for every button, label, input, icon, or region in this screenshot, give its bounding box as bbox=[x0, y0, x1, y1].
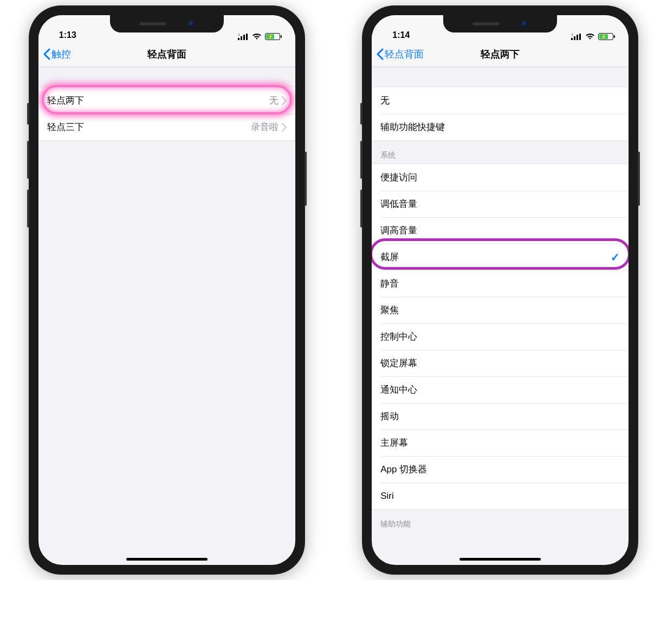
nav-title: 轻点背面 bbox=[38, 48, 295, 61]
notch bbox=[110, 15, 224, 32]
svg-rect-1 bbox=[241, 36, 242, 40]
chevron-left-icon bbox=[43, 48, 50, 60]
cell-label: 无 bbox=[380, 94, 620, 107]
cell-label: 控制中心 bbox=[380, 330, 620, 343]
back-button[interactable]: 触控 bbox=[43, 48, 71, 61]
cell-label: 主屏幕 bbox=[380, 437, 620, 449]
cell-label: 聚焦 bbox=[380, 304, 620, 316]
chevron-left-icon bbox=[376, 48, 384, 60]
section-header-accessibility: 辅助功能 bbox=[372, 510, 629, 532]
checkmark-icon: ✓ bbox=[611, 251, 620, 264]
system-option-row[interactable]: Siri bbox=[372, 483, 629, 509]
chevron-right-icon bbox=[282, 123, 287, 132]
system-option-row[interactable]: 调低音量 bbox=[372, 191, 629, 217]
svg-rect-7 bbox=[574, 36, 575, 40]
system-option-row[interactable]: 通知中心 bbox=[372, 376, 629, 403]
system-option-row[interactable]: 聚焦 bbox=[372, 297, 629, 323]
status-time: 1:13 bbox=[54, 30, 76, 40]
system-option-row[interactable]: App 切换器 bbox=[372, 456, 629, 483]
battery-icon: ⚡ bbox=[598, 33, 613, 40]
phone-right: 1:14 ! ⚡ 轻点背面 轻点两下 无 bbox=[339, 5, 662, 575]
battery-icon: ⚡ bbox=[265, 33, 280, 40]
system-option-row[interactable]: 便捷访问 bbox=[372, 164, 629, 191]
system-option-row[interactable]: 调高音量 bbox=[372, 217, 629, 244]
system-option-row[interactable]: 锁定屏幕 bbox=[372, 350, 629, 376]
system-options-group: 便捷访问调低音量调高音量截屏✓静音聚焦控制中心锁定屏幕通知中心摇动主屏幕App … bbox=[372, 164, 629, 510]
cell-label: 轻点三下 bbox=[47, 121, 251, 133]
cell-value: 无 bbox=[269, 94, 279, 107]
svg-rect-8 bbox=[577, 35, 578, 40]
cell-label: 便捷访问 bbox=[380, 171, 620, 184]
cell-label: App 切换器 bbox=[380, 463, 620, 476]
chevron-right-icon bbox=[282, 96, 287, 105]
status-time: 1:14 bbox=[387, 30, 410, 40]
home-indicator[interactable] bbox=[459, 558, 541, 561]
nav-bar: 轻点背面 轻点两下 bbox=[372, 41, 629, 67]
wifi-icon bbox=[252, 33, 262, 40]
nav-bar: 触控 轻点背面 bbox=[38, 41, 295, 67]
cellular-icon: ! bbox=[571, 34, 582, 40]
cell-label: 锁定屏幕 bbox=[380, 357, 620, 369]
home-indicator[interactable] bbox=[126, 558, 208, 561]
phone-left: 1:13 ! ⚡ 触控 轻点背面 轻点两下 bbox=[5, 5, 328, 575]
system-option-row[interactable]: 控制中心 bbox=[372, 323, 629, 350]
triple-tap-row[interactable]: 轻点三下 录音啦 bbox=[38, 114, 295, 140]
cell-label: 调低音量 bbox=[380, 198, 620, 210]
svg-text:!: ! bbox=[572, 34, 573, 36]
svg-text:!: ! bbox=[238, 34, 239, 36]
cell-label: 截屏 bbox=[380, 251, 611, 263]
svg-rect-9 bbox=[579, 34, 581, 40]
cell-label: 通知中心 bbox=[380, 383, 620, 396]
top-options-group: 无 辅助功能快捷键 bbox=[372, 87, 629, 141]
svg-rect-0 bbox=[238, 38, 239, 40]
cellular-icon: ! bbox=[238, 34, 249, 40]
system-option-row[interactable]: 静音 bbox=[372, 270, 629, 297]
option-accessibility-shortcut[interactable]: 辅助功能快捷键 bbox=[372, 114, 629, 140]
cell-label: Siri bbox=[380, 491, 620, 502]
double-tap-row[interactable]: 轻点两下 无 bbox=[38, 87, 295, 114]
cell-value: 录音啦 bbox=[251, 121, 279, 133]
cell-label: 轻点两下 bbox=[47, 94, 269, 107]
back-label: 轻点背面 bbox=[385, 48, 424, 61]
option-none[interactable]: 无 bbox=[372, 87, 629, 114]
cell-label: 调高音量 bbox=[380, 224, 620, 237]
section-header-system: 系统 bbox=[372, 141, 629, 164]
back-tap-options-group: 轻点两下 无 轻点三下 录音啦 bbox=[38, 87, 295, 141]
svg-rect-2 bbox=[243, 35, 245, 40]
wifi-icon bbox=[585, 33, 595, 40]
back-button[interactable]: 轻点背面 bbox=[376, 48, 424, 61]
notch bbox=[443, 15, 557, 32]
cell-label: 摇动 bbox=[380, 410, 620, 422]
system-option-row[interactable]: 摇动 bbox=[372, 403, 629, 430]
cell-label: 辅助功能快捷键 bbox=[380, 121, 620, 133]
back-label: 触控 bbox=[51, 48, 71, 61]
system-option-row[interactable]: 主屏幕 bbox=[372, 430, 629, 456]
svg-rect-3 bbox=[246, 34, 248, 40]
system-option-row[interactable]: 截屏✓ bbox=[372, 244, 629, 270]
cell-label: 静音 bbox=[380, 277, 620, 290]
svg-rect-6 bbox=[571, 38, 573, 40]
